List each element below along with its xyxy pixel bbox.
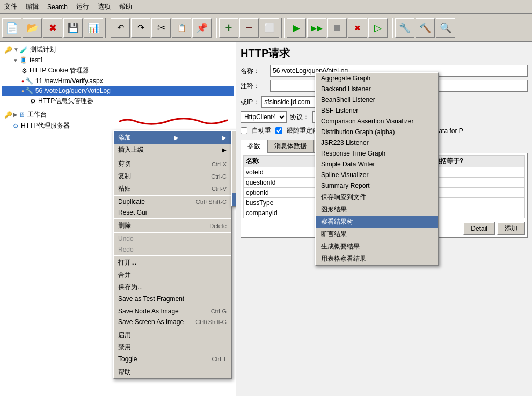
- toolbar-start[interactable]: ▶: [287, 18, 306, 38]
- sub1-item-listener[interactable]: 监听器 ▶: [232, 193, 236, 206]
- toolbar-minus[interactable]: −: [239, 18, 259, 38]
- expand-icon: ▼: [13, 47, 19, 53]
- toolbar-start-no-pause[interactable]: ▶▶: [307, 18, 326, 38]
- tree-item-httpheader[interactable]: ⚙ HTTP信息头管理器: [2, 96, 234, 107]
- toolbar-sep3: [281, 18, 285, 38]
- toolbar-cut[interactable]: ✂: [151, 18, 171, 38]
- menu-help[interactable]: 帮助: [115, 1, 136, 12]
- toolbar-save[interactable]: 💾: [63, 18, 83, 38]
- toolbar-remote-start[interactable]: ▷: [368, 18, 388, 38]
- ctx-sep2: [114, 195, 231, 196]
- tab-params[interactable]: 参数: [241, 140, 267, 153]
- menu-search[interactable]: Search: [43, 2, 72, 12]
- tree: 🔑 ▼ 🧪 测试计划 ▼ 🧵 test1 ⚙ HTTP Cookie 管理器 ●…: [0, 42, 236, 134]
- menu-file[interactable]: 文件: [0, 1, 21, 12]
- ctx-item-paste[interactable]: 粘贴 Ctrl-V: [114, 182, 231, 195]
- sub2-item-save-response[interactable]: 保存响应到文件: [316, 191, 438, 203]
- toolbar-tools1[interactable]: 🔧: [395, 18, 414, 38]
- follow-redirect-cb[interactable]: [275, 127, 282, 134]
- sub2-item-graph-result[interactable]: 图形结果: [316, 203, 438, 216]
- toolbar-sep2: [214, 18, 217, 38]
- ctx-item-disable[interactable]: 禁用: [114, 341, 231, 354]
- sub2-item-backend[interactable]: Backend Listener: [316, 84, 438, 94]
- ctx-paste-label: 粘贴: [118, 184, 131, 193]
- ctx-delete-label: 删除: [118, 221, 131, 230]
- tree-item-httpproxy[interactable]: ⚙ HTTP代理服务器: [2, 120, 234, 131]
- toolbar-redo[interactable]: ↷: [131, 18, 150, 38]
- ctx-item-cut[interactable]: 剪切 Ctrl-X: [114, 158, 231, 170]
- circle-icon1: ●: [21, 79, 24, 84]
- tree-item-workbench[interactable]: 🔑 ▶ 🖥 工作台: [2, 109, 234, 120]
- tree-item-verify[interactable]: ● 🔧 11 /newHrm/Verify.aspx: [2, 76, 234, 86]
- toolbar-stop[interactable]: ⏹: [327, 18, 347, 38]
- sub2-item-beanshell[interactable]: BeanShell Listener: [316, 94, 438, 105]
- impl-select[interactable]: HttpClient4: [241, 111, 287, 123]
- sub2-item-jsr223[interactable]: JSR223 Listener: [316, 137, 438, 148]
- ctx-item-redo[interactable]: Redo: [114, 244, 231, 255]
- sub1-item-assert[interactable]: 断言 ▶: [232, 181, 236, 193]
- toolbar-search[interactable]: 🔍: [436, 18, 455, 38]
- toolbar-clear[interactable]: ⬜: [260, 18, 279, 38]
- add-button[interactable]: 添加: [497, 222, 525, 235]
- ctx-item-saveas[interactable]: 保存为...: [114, 281, 231, 294]
- follow-redirect-label: 跟随重定向: [287, 126, 319, 135]
- tree-item-cookie[interactable]: ⚙ HTTP Cookie 管理器: [2, 65, 234, 76]
- sub2-item-agg-graph[interactable]: Aggregate Graph: [316, 73, 438, 84]
- sub2-item-summary[interactable]: Summary Report: [316, 180, 438, 191]
- tree-item-votelog[interactable]: ● 🔧 56 /voteLog/queryVoteLog: [2, 86, 234, 96]
- tab-body[interactable]: 消息体数据: [267, 140, 314, 153]
- sub2-item-view-result-tree[interactable]: 察看结果树: [316, 216, 438, 228]
- ctx-item-undo[interactable]: Undo: [114, 233, 231, 244]
- ctx-item-delete[interactable]: 删除 Delete: [114, 219, 231, 232]
- ctx-item-save-test-fragment[interactable]: Save as Test Fragment: [114, 294, 231, 304]
- tree-item-test-plan[interactable]: 🔑 ▼ 🧪 测试计划: [2, 44, 234, 55]
- ctx-item-resetgui[interactable]: Reset Gui: [114, 207, 231, 218]
- ctx-savenode-label: Save Node As Image: [118, 307, 179, 315]
- ctx-savescr-label: Save Screen As Image: [118, 318, 184, 326]
- sub2-item-comparison[interactable]: Comparison Assertion Visualizer: [316, 116, 438, 127]
- ctx-item-toggle[interactable]: Toggle Ctrl-T: [114, 354, 231, 364]
- menu-run[interactable]: 运行: [72, 1, 93, 12]
- ctx-item-save-node[interactable]: Save Node As Image Ctrl-G: [114, 306, 231, 317]
- sub1-item-pre[interactable]: 前置处理器 ▶: [232, 156, 236, 168]
- sub2-item-generate-summary[interactable]: 生成概要结果: [316, 240, 438, 253]
- sub2-item-simple-writer[interactable]: Simple Data Writer: [316, 159, 438, 170]
- sub1-item-post[interactable]: 后置处理器 ▶: [232, 168, 236, 181]
- sub2-item-response-time[interactable]: Response Time Graph: [316, 148, 438, 159]
- menu-options[interactable]: 选项: [93, 1, 115, 12]
- toolbar-new[interactable]: 📄: [2, 18, 21, 38]
- sub2-item-table-view[interactable]: 用表格察看结果: [316, 253, 438, 265]
- sub2-item-assertion-result[interactable]: 断言结果: [316, 228, 438, 240]
- toolbar-open[interactable]: 📂: [23, 18, 42, 38]
- ctx-item-enable[interactable]: 启用: [114, 329, 231, 341]
- ctx-insert-arrow: ▶: [222, 147, 227, 153]
- ctx-item-save-screen[interactable]: Save Screen As Image Ctrl+Shift-G: [114, 317, 231, 327]
- auto-redirect-cb[interactable]: [241, 127, 247, 134]
- toolbar-stop2[interactable]: ✖: [348, 18, 367, 38]
- ctx-item-open[interactable]: 打开...: [114, 256, 231, 269]
- sub2-item-dist-graph[interactable]: Distribution Graph (alpha): [316, 127, 438, 137]
- toolbar-undo[interactable]: ↶: [111, 18, 130, 38]
- detail-button[interactable]: Detail: [463, 222, 495, 235]
- menu-edit[interactable]: 编辑: [21, 1, 43, 12]
- sub2-item-spline[interactable]: Spline Visualizer: [316, 170, 438, 180]
- ctx-item-help[interactable]: 帮助: [114, 366, 231, 378]
- tree-item-test1[interactable]: ▼ 🧵 test1: [2, 55, 234, 65]
- sub1-item-config[interactable]: 配置元件 ▶: [232, 131, 236, 144]
- toolbar-tools2[interactable]: 🔨: [416, 18, 435, 38]
- toolbar-close[interactable]: ✖: [43, 18, 62, 38]
- sub2-item-bsf[interactable]: BSF Listener: [316, 105, 438, 116]
- ctx-item-duplicate[interactable]: Duplicate Ctrl+Shift-C: [114, 196, 231, 207]
- key-icon2: 🔑: [4, 111, 12, 119]
- toolbar-copy[interactable]: 📋: [172, 18, 191, 38]
- ctx-item-insert-parent[interactable]: 插入上级 ▶: [114, 144, 231, 156]
- ctx-item-copy[interactable]: 复制 Ctrl-C: [114, 170, 231, 182]
- ctx-item-add[interactable]: 添加 ▶: [114, 131, 231, 144]
- sub1-item-timer[interactable]: 定时器 ▶: [232, 144, 236, 156]
- toolbar-paste[interactable]: 📌: [192, 18, 212, 38]
- cookie-icon: ⚙: [21, 67, 27, 75]
- toolbar-report[interactable]: 📊: [84, 18, 103, 38]
- ctx-item-merge[interactable]: 合并: [114, 269, 231, 281]
- toolbar-add[interactable]: +: [219, 18, 238, 38]
- left-panel: 🔑 ▼ 🧪 测试计划 ▼ 🧵 test1 ⚙ HTTP Cookie 管理器 ●…: [0, 42, 236, 396]
